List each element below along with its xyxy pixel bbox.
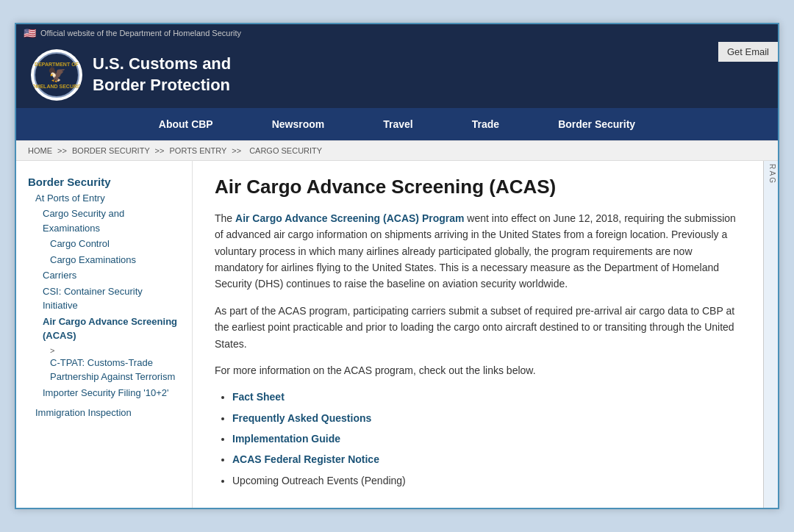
main-nav: About CBP Newsroom Travel Trade Border S…: [16, 108, 778, 140]
top-bar: 🇺🇸 Official website of the Department of…: [16, 24, 778, 42]
sidebar-item-acas[interactable]: Air Cargo Advance Screening (ACAS): [28, 314, 180, 343]
acas-program-link[interactable]: Air Cargo Advance Screening (ACAS) Progr…: [235, 212, 464, 224]
breadcrumb-sep1: >>: [57, 146, 67, 155]
breadcrumb-sep3: >>: [232, 146, 241, 155]
breadcrumb-current: CARGO SECURITY: [249, 146, 322, 155]
logo-area: DEPARTMENT OF HOMELAND SECURITY 🦅 U.S. C…: [31, 49, 231, 101]
breadcrumb-border-security[interactable]: BORDER SECURITY: [72, 146, 150, 155]
resource-links: Fact Sheet Frequently Asked Questions Im…: [215, 389, 741, 489]
content-area: Border Security At Ports of Entry Cargo …: [16, 161, 778, 508]
get-email-button[interactable]: Get Email: [718, 42, 778, 62]
list-item-fact-sheet: Fact Sheet: [232, 389, 741, 405]
cbp-logo-svg: DEPARTMENT OF HOMELAND SECURITY 🦅: [33, 51, 80, 98]
breadcrumb-home[interactable]: HOME: [28, 146, 52, 155]
official-text: Official website of the Department of Ho…: [40, 29, 241, 37]
sidebar-link-isf[interactable]: Importer Security Filing '10+2': [43, 386, 180, 400]
nav-travel[interactable]: Travel: [354, 108, 442, 140]
get-email-area: Get Email: [718, 42, 778, 62]
sidebar: Border Security At Ports of Entry Cargo …: [16, 161, 193, 508]
paragraph-3: For more information on the ACAS program…: [215, 362, 741, 378]
nav-newsroom[interactable]: Newsroom: [243, 108, 354, 140]
paragraph-2: As part of the ACAS program, participati…: [215, 303, 741, 352]
sidebar-link-cargo-security[interactable]: Cargo Security and Examinations: [43, 206, 180, 235]
page-title: Air Cargo Advance Screening (ACAS): [215, 176, 741, 198]
svg-text:HOMELAND SECURITY: HOMELAND SECURITY: [33, 84, 80, 89]
sidebar-item-at-ports[interactable]: At Ports of Entry: [28, 191, 180, 206]
sidebar-link-cargo-control[interactable]: Cargo Control: [50, 237, 180, 251]
faq-link[interactable]: Frequently Asked Questions: [232, 412, 371, 424]
sidebar-link-csi[interactable]: CSI: Container Security Initiative: [43, 284, 180, 313]
nav-about-cbp[interactable]: About CBP: [129, 108, 243, 140]
sidebar-link-immigration[interactable]: Immigration Inspection: [35, 406, 180, 420]
list-item-acas-notice: ACAS Federal Register Notice: [232, 451, 741, 467]
nav-border-security[interactable]: Border Security: [529, 108, 665, 140]
nav-trade[interactable]: Trade: [443, 108, 529, 140]
sidebar-title: Border Security: [28, 176, 180, 188]
sidebar-link-acas[interactable]: Air Cargo Advance Screening (ACAS): [43, 314, 180, 343]
right-panel: R A G: [763, 161, 778, 508]
ctpat-arrow-icon: >: [50, 346, 54, 355]
outreach-text: Upcoming Outreach Events (Pending): [232, 475, 406, 486]
cbp-logo: DEPARTMENT OF HOMELAND SECURITY 🦅: [31, 49, 82, 101]
list-item-outreach: Upcoming Outreach Events (Pending): [232, 472, 741, 489]
list-item-implementation-guide: Implementation Guide: [232, 431, 741, 447]
right-panel-text: R A G: [768, 164, 776, 183]
sidebar-item-cargo-control[interactable]: Cargo Control: [28, 237, 180, 251]
acas-notice-link[interactable]: ACAS Federal Register Notice: [232, 453, 379, 465]
sidebar-item-cargo-security[interactable]: Cargo Security and Examinations: [28, 206, 180, 235]
sidebar-item-ctpat[interactable]: > C-TPAT: Customs-Trade Partnership Agai…: [28, 345, 180, 384]
flag-icon: 🇺🇸: [24, 27, 36, 39]
sidebar-link-carriers[interactable]: Carriers: [43, 268, 180, 283]
paragraph-1: The Air Cargo Advance Screening (ACAS) P…: [215, 210, 741, 292]
implementation-guide-link[interactable]: Implementation Guide: [232, 433, 340, 445]
sidebar-item-immigration[interactable]: Immigration Inspection: [28, 406, 180, 420]
sidebar-link-at-ports[interactable]: At Ports of Entry: [35, 191, 180, 206]
sidebar-link-cargo-examinations[interactable]: Cargo Examinations: [50, 253, 180, 267]
list-item-faq: Frequently Asked Questions: [232, 410, 741, 426]
main-content: Air Cargo Advance Screening (ACAS) The A…: [193, 161, 763, 508]
svg-text:🦅: 🦅: [48, 65, 66, 83]
site-title: U.S. Customs and Border Protection: [93, 54, 231, 96]
breadcrumb: HOME >> BORDER SECURITY >> PORTS ENTRY >…: [16, 140, 778, 161]
sidebar-item-cargo-examinations[interactable]: Cargo Examinations: [28, 253, 180, 267]
sidebar-item-carriers[interactable]: Carriers: [28, 268, 180, 283]
sidebar-item-csi[interactable]: CSI: Container Security Initiative: [28, 284, 180, 313]
fact-sheet-link[interactable]: Fact Sheet: [232, 391, 285, 403]
sidebar-link-ctpat[interactable]: C-TPAT: Customs-Trade Partnership Agains…: [50, 356, 180, 384]
breadcrumb-ports-entry[interactable]: PORTS ENTRY: [170, 146, 227, 155]
page-wrapper: 🇺🇸 Official website of the Department of…: [15, 23, 779, 509]
para1-prefix: The: [215, 212, 235, 224]
site-header: DEPARTMENT OF HOMELAND SECURITY 🦅 U.S. C…: [16, 42, 778, 108]
sidebar-item-isf[interactable]: Importer Security Filing '10+2': [28, 386, 180, 400]
breadcrumb-sep2: >>: [155, 146, 165, 155]
